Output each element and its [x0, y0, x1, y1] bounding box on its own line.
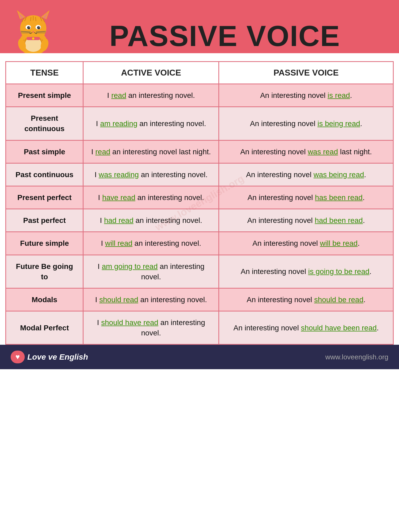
table-row: Past perfectI had read an interesting no…: [6, 209, 393, 232]
cat-icon: [11, 8, 56, 53]
passive-voice-cell: An interesting novel has been read.: [219, 186, 393, 209]
active-voice-cell: I read an interesting novel last night.: [83, 140, 219, 163]
table-row: Past simpleI read an interesting novel l…: [6, 140, 393, 163]
svg-line-30: [31, 17, 31, 21]
active-voice-cell: I am going to read an interesting novel.: [83, 255, 219, 288]
svg-line-32: [36, 17, 36, 21]
passive-voice-cell: An interesting novel had been read.: [219, 209, 393, 232]
heart-icon: ♥: [15, 353, 20, 361]
table-row: Present continuousI am reading an intere…: [6, 107, 393, 140]
passive-voice-cell: An interesting novel should have been re…: [219, 311, 393, 344]
active-verb: am going to read: [102, 262, 158, 271]
tense-cell: Present simple: [6, 84, 83, 107]
col-header-active: ACTIVE VOICE: [83, 62, 219, 84]
table-row: Past continuousI was reading an interest…: [6, 163, 393, 186]
passive-verb: should be read: [314, 296, 363, 304]
svg-point-13: [37, 26, 40, 29]
table-row: Future Be going toI am going to read an …: [6, 255, 393, 288]
passive-verb: was being read: [314, 171, 364, 179]
col-header-passive: PASSIVE VOICE: [219, 62, 393, 84]
active-verb: read: [111, 91, 126, 99]
passive-verb: is being read: [317, 119, 360, 128]
tense-cell: Modals: [6, 288, 83, 311]
table-row: ModalsI should read an interesting novel…: [6, 288, 393, 311]
passive-verb: will be read: [320, 239, 358, 247]
tense-cell: Modal Perfect: [6, 311, 83, 344]
content-table-wrapper: www.loveenglish.org TENSE ACTIVE VOICE P…: [0, 61, 399, 345]
footer-url: www.loveenglish.org: [325, 353, 388, 361]
page-title: PASSIVE VOICE: [61, 21, 388, 53]
active-voice-cell: I should read an interesting novel.: [83, 288, 219, 311]
tense-cell: Past continuous: [6, 163, 83, 186]
active-verb: should read: [99, 296, 138, 304]
col-header-tense: TENSE: [6, 62, 83, 84]
table-row: Present simpleI read an interesting nove…: [6, 84, 393, 107]
passive-voice-cell: An interesting novel will be read.: [219, 232, 393, 255]
active-voice-cell: I am reading an interesting novel.: [83, 107, 219, 140]
header: PASSIVE VOICE: [0, 0, 399, 53]
passive-verb: had been read: [315, 216, 363, 225]
passive-verb: should have been read: [301, 324, 377, 332]
footer-logo-badge: ♥: [11, 351, 25, 363]
passive-voice-cell: An interesting novel was being read.: [219, 163, 393, 186]
tense-cell: Future simple: [6, 232, 83, 255]
table-row: Present perfectI have read an interestin…: [6, 186, 393, 209]
active-verb: had read: [104, 216, 134, 225]
active-verb: should have read: [101, 318, 158, 327]
tense-cell: Present perfect: [6, 186, 83, 209]
footer-logo: ♥ Love ve English: [11, 351, 88, 363]
header-divider: [0, 53, 399, 61]
active-voice-cell: I read an interesting novel.: [83, 84, 219, 107]
active-voice-cell: I will read an interesting novel.: [83, 232, 219, 255]
active-verb: will read: [105, 239, 132, 247]
svg-point-29: [32, 38, 35, 40]
active-verb: was reading: [99, 171, 139, 179]
tense-cell: Future Be going to: [6, 255, 83, 288]
table-row: Modal PerfectI should have read an inter…: [6, 311, 393, 344]
active-voice-cell: I should have read an interesting novel.: [83, 311, 219, 344]
passive-voice-cell: An interesting novel is going to be read…: [219, 255, 393, 288]
svg-point-14: [29, 27, 30, 27]
passive-verb: is read: [328, 91, 350, 99]
passive-verb: is going to be read: [308, 267, 369, 276]
tense-cell: Past simple: [6, 140, 83, 163]
active-verb: am reading: [100, 119, 137, 128]
tense-cell: Past perfect: [6, 209, 83, 232]
active-voice-cell: I have read an interesting novel.: [83, 186, 219, 209]
passive-verb: has been read: [315, 193, 363, 202]
passive-voice-cell: An interesting novel was read last night…: [219, 140, 393, 163]
footer-logo-text: Love ve English: [27, 352, 88, 361]
active-voice-cell: I was reading an interesting novel.: [83, 163, 219, 186]
svg-point-15: [39, 27, 39, 27]
passive-verb: was read: [308, 148, 338, 156]
active-verb: read: [95, 148, 110, 156]
footer: ♥ Love ve English www.loveenglish.org: [0, 345, 399, 369]
tense-cell: Present continuous: [6, 107, 83, 140]
passive-voice-table: TENSE ACTIVE VOICE PASSIVE VOICE Present…: [5, 61, 394, 345]
table-header-row: TENSE ACTIVE VOICE PASSIVE VOICE: [6, 62, 393, 84]
table-row: Future simpleI will read an interesting …: [6, 232, 393, 255]
svg-point-12: [27, 26, 30, 29]
active-verb: have read: [102, 193, 135, 202]
passive-voice-cell: An interesting novel is read.: [219, 84, 393, 107]
passive-voice-cell: An interesting novel is being read.: [219, 107, 393, 140]
passive-voice-cell: An interesting novel should be read.: [219, 288, 393, 311]
active-voice-cell: I had read an interesting novel.: [83, 209, 219, 232]
